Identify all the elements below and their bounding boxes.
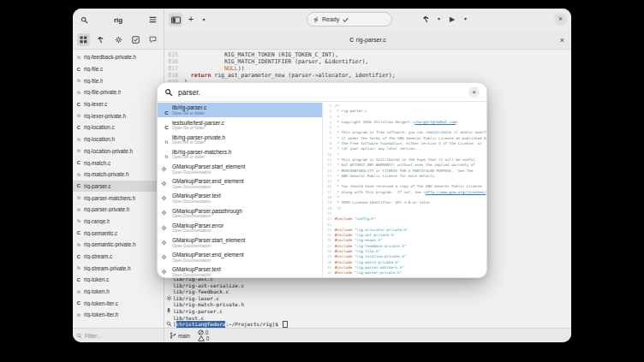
run-play-icon[interactable]: ▶ xyxy=(445,12,459,26)
file-row[interactable]: Crig-semantic.c xyxy=(73,227,164,239)
result-subtitle: Open Documentation xyxy=(172,244,320,248)
search-result-row[interactable]: Clib/rig-parser.cOpen file or folder xyxy=(158,103,322,117)
comment-text: >. xyxy=(486,190,486,195)
file-row[interactable]: hrig-token.h xyxy=(73,286,164,298)
file-row[interactable]: Crig-token-iter.c xyxy=(73,297,164,309)
pin-icon xyxy=(164,308,173,314)
file-name: rig-stream.c xyxy=(84,253,112,259)
terminal-text: lib/rig-feedback.c xyxy=(173,288,229,295)
search-result-row[interactable]: GMarkupParser.textOpen Documentation xyxy=(158,191,322,205)
code-token: rig_ast_parameter_new (parser->allocator… xyxy=(211,72,395,79)
code-token: RIG_MATCH_IDENTIFIER (parser, &identifie… xyxy=(184,58,368,65)
terminal-prompt-row[interactable]: [christian@fedora:~/Projects/rig]$ xyxy=(164,321,571,328)
file-row[interactable]: Crig-location.c xyxy=(73,122,164,134)
file-row[interactable]: hrig-match-private.h xyxy=(73,169,164,181)
file-row[interactable]: hrig-stream-private.h xyxy=(73,262,164,274)
build-targets-icon[interactable] xyxy=(94,33,107,46)
result-title: GMarkupParser.passthrough xyxy=(172,208,320,214)
popup-search-row: parser. × xyxy=(158,83,486,102)
result-subtitle: Open Documentation xyxy=(172,228,320,233)
file-name: rig-location.h xyxy=(84,136,115,142)
tests-checkbox-icon[interactable] xyxy=(129,33,142,46)
new-page-dropdown[interactable]: ▾ xyxy=(200,13,208,27)
search-result-row[interactable]: Ctestsuite/test-parser.cOpen file or fol… xyxy=(158,117,322,132)
log-chat-icon[interactable] xyxy=(146,33,159,46)
hyperlink[interactable]: http://www.gnu.org/licenses/ xyxy=(426,190,486,195)
search-input[interactable]: parser. xyxy=(178,88,463,97)
file-row[interactable]: Crig-parser.c xyxy=(73,181,164,193)
file-row[interactable]: hrig-parser-private.h xyxy=(73,204,164,216)
file-row[interactable]: hrig-parser-matchers.h xyxy=(73,192,164,204)
file-name: rig-token-iter.h xyxy=(84,312,118,317)
result-title: lib/rig-parser-matchers.h xyxy=(172,149,320,155)
code-line: 816 RIG_MATCH_IDENTIFIER (parser, &ident… xyxy=(164,58,571,65)
file-row[interactable]: hrig-feedback-private.h xyxy=(73,51,164,63)
file-row[interactable]: hrig-range.h xyxy=(73,216,164,228)
search-result-row[interactable]: GMarkupParser.errorOpen Documentation xyxy=(158,221,322,235)
file-type-badge: h xyxy=(75,289,82,294)
file-row[interactable]: Crig-stream.c xyxy=(73,251,164,263)
warning-count: 0 xyxy=(206,335,210,341)
file-row[interactable]: hrig-token-iter.h xyxy=(73,309,164,321)
diagnostics-indicator[interactable]: 0 0 xyxy=(198,329,210,341)
code-token xyxy=(184,72,191,79)
file-name: rig-token.c xyxy=(84,276,109,282)
result-texts: testsuite/test-parser.cOpen file or fold… xyxy=(172,120,320,131)
file-row[interactable]: hrig-semantic-private.h xyxy=(73,239,164,251)
branch-indicator[interactable]: main xyxy=(170,332,190,339)
preview-line: 17 * along with this program. If not, se… xyxy=(323,190,486,195)
popup-close-button[interactable]: × xyxy=(468,86,480,98)
hamburger-menu-icon[interactable] xyxy=(146,13,159,27)
file-name: rig-token-iter.c xyxy=(84,300,118,306)
build-dropdown[interactable]: ▾ xyxy=(435,12,443,26)
file-row[interactable]: Crig-token.c xyxy=(73,274,164,286)
tab-label[interactable]: rig-parser.c xyxy=(356,37,386,43)
file-type-badge: h xyxy=(161,146,172,162)
new-page-button[interactable]: + xyxy=(184,13,198,27)
search-result-row[interactable]: GMarkupParser.start_elementOpen Document… xyxy=(158,162,322,176)
status-bar: main 0 0 xyxy=(164,329,571,342)
line-number: 815 xyxy=(164,51,178,58)
sidebar-header: rig xyxy=(73,9,164,31)
build-hammer-icon[interactable] xyxy=(419,12,432,26)
search-result-row[interactable]: GMarkupParser.passthroughOpen Documentat… xyxy=(158,205,322,220)
filter-input[interactable]: Filter... xyxy=(73,329,164,342)
documentation-gear-icon xyxy=(161,240,172,246)
search-result-row[interactable]: GMarkupParser.textOpen Documentation xyxy=(158,264,322,277)
file-row[interactable]: hrig-file-private.h xyxy=(73,86,164,98)
panel-toggle-icon[interactable] xyxy=(169,13,182,27)
result-texts: lib/rig-parser-matchers.hOpen file or fo… xyxy=(172,149,320,160)
file-name: rig-token.h xyxy=(84,288,110,294)
debug-gear-icon[interactable] xyxy=(112,33,125,46)
file-row[interactable]: hrig-location.h xyxy=(73,134,164,145)
preview-line: 32#include "rig-parser-private.h" xyxy=(323,270,486,276)
file-row[interactable]: hrig-location-private.h xyxy=(73,145,164,157)
prompt-text: :~/Projects/rig]$ xyxy=(225,321,281,328)
file-row[interactable]: Crig-file.c xyxy=(73,63,164,75)
file-row[interactable]: Crig-match.c xyxy=(73,157,164,169)
header-left-controls: + ▾ xyxy=(169,13,208,27)
file-row[interactable]: Crig-lexer.c xyxy=(73,98,164,110)
file-name: rig-match.c xyxy=(84,160,110,166)
search-icon[interactable] xyxy=(77,13,91,27)
search-result-row[interactable]: GMarkupParser.start_elementOpen Document… xyxy=(158,235,322,250)
terminal-row: lib/test.c xyxy=(164,315,571,322)
search-result-row[interactable]: hlib/rig-parser-matchers.hOpen file or f… xyxy=(158,147,322,162)
search-result-row[interactable]: GMarkupParser.end_elementOpen Documentat… xyxy=(158,250,322,264)
tab-close-button[interactable]: × xyxy=(557,34,568,45)
omnibar[interactable]: Ready xyxy=(307,12,392,27)
file-row[interactable]: hrig-file.h xyxy=(73,74,164,86)
window-close-button[interactable]: × xyxy=(554,13,567,26)
search-result-row[interactable]: GMarkupParser.end_elementOpen Documentat… xyxy=(158,176,322,191)
file-type-badge: h xyxy=(75,148,82,153)
warning-icon xyxy=(198,335,205,341)
search-result-row[interactable]: hlib/rig-parser-private.hOpen file or fo… xyxy=(158,132,322,146)
terminal-panel[interactable]: lib/rig-ast.clib/rig-ast-serialize.clib/… xyxy=(164,276,571,329)
file-row[interactable]: hrig-lexer-private.h xyxy=(73,110,164,122)
run-dropdown[interactable]: ▾ xyxy=(462,12,469,26)
hyperlink[interactable]: chergert@redhat.com xyxy=(414,120,456,125)
preprocessor-token: #include xyxy=(335,270,352,276)
files-tree-icon[interactable] xyxy=(77,33,90,46)
file-name: rig-file.c xyxy=(84,66,103,72)
comment-text: * (at your option) any later version. xyxy=(335,146,417,151)
